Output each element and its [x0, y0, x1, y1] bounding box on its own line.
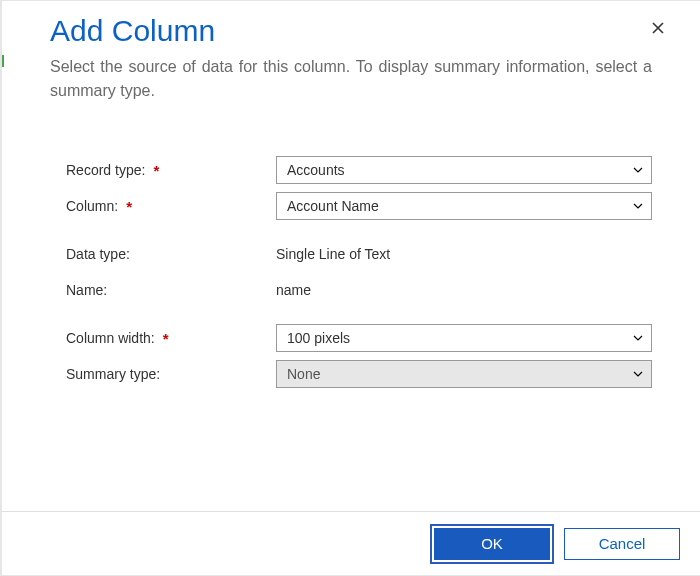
dialog-subtitle: Select the source of data for this colum… — [50, 55, 652, 103]
label-column-width: Column width: * — [66, 330, 276, 346]
ok-button[interactable]: OK — [434, 528, 550, 560]
column-select[interactable]: Account Name — [276, 192, 652, 220]
select-value: Accounts — [287, 162, 345, 178]
required-marker: * — [163, 331, 169, 346]
label-name: Name: — [66, 282, 276, 298]
label-summary-type: Summary type: — [66, 366, 276, 382]
column-width-select[interactable]: 100 pixels — [276, 324, 652, 352]
row-summary-type: Summary type: None — [66, 357, 652, 391]
dialog-title: Add Column — [50, 13, 652, 49]
required-marker: * — [153, 163, 159, 178]
chevron-down-icon — [631, 331, 645, 345]
row-name: Name: name — [66, 273, 652, 307]
label-column: Column: * — [66, 198, 276, 214]
chevron-down-icon — [631, 163, 645, 177]
add-column-dialog: Add Column Select the source of data for… — [0, 0, 700, 576]
close-button[interactable] — [644, 15, 672, 43]
chevron-down-icon — [631, 199, 645, 213]
row-column-width: Column width: * 100 pixels — [66, 321, 652, 355]
select-value: Account Name — [287, 198, 379, 214]
cancel-button[interactable]: Cancel — [564, 528, 680, 560]
value-column: Account Name — [276, 192, 652, 220]
row-data-type: Data type: Single Line of Text — [66, 237, 652, 271]
label-data-type: Data type: — [66, 246, 276, 262]
chevron-down-icon — [631, 367, 645, 381]
value-data-type: Single Line of Text — [276, 246, 652, 262]
edge-decoration — [2, 55, 4, 67]
dialog-header: Add Column Select the source of data for… — [2, 7, 700, 103]
record-type-select[interactable]: Accounts — [276, 156, 652, 184]
label-text: Column width: — [66, 330, 155, 346]
required-marker: * — [126, 199, 132, 214]
label-text: Column: — [66, 198, 118, 214]
select-value: 100 pixels — [287, 330, 350, 346]
label-text: Name: — [66, 282, 107, 298]
value-column-width: 100 pixels — [276, 324, 652, 352]
dialog-form: Record type: * Accounts Column: * Accoun… — [2, 103, 700, 511]
close-icon — [650, 18, 666, 40]
value-summary-type: None — [276, 360, 652, 388]
row-record-type: Record type: * Accounts — [66, 153, 652, 187]
summary-type-select[interactable]: None — [276, 360, 652, 388]
label-record-type: Record type: * — [66, 162, 276, 178]
label-text: Data type: — [66, 246, 130, 262]
value-name: name — [276, 282, 652, 298]
row-column: Column: * Account Name — [66, 189, 652, 223]
label-text: Record type: — [66, 162, 145, 178]
value-record-type: Accounts — [276, 156, 652, 184]
label-text: Summary type: — [66, 366, 160, 382]
select-value: None — [287, 366, 320, 382]
dialog-footer: OK Cancel — [2, 511, 700, 575]
